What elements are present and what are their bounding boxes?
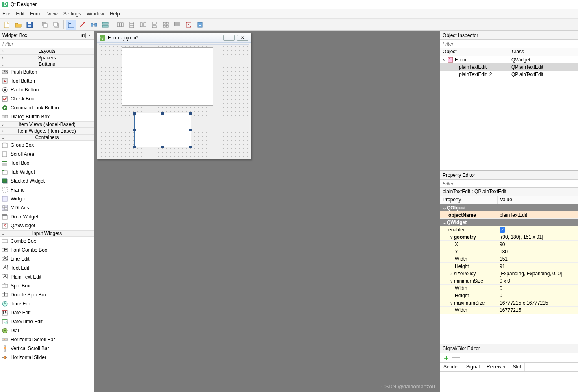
pe-row-enabled[interactable]: enabled✓ <box>440 226 578 233</box>
wb-input-horizontal-scroll-bar[interactable]: Horizontal Scroll Bar <box>0 335 94 344</box>
cat-itemviews[interactable]: ›Item Views (Model-Based) <box>0 121 94 128</box>
pe-row-height[interactable]: Height91 <box>440 263 578 270</box>
wb-container-mdi-area[interactable]: MDI Area <box>0 203 94 212</box>
form-close-icon[interactable]: ✕ <box>237 35 248 41</box>
wb-input-vertical-scroll-bar[interactable]: Vertical Scroll Bar <box>0 344 94 353</box>
wb-button-radio-button[interactable]: Radio Button <box>0 85 94 94</box>
oi-tree[interactable]: ∨FormQWidgetplainTextEditQPlainTextEditp… <box>440 56 578 170</box>
menu-settings[interactable]: Settings <box>63 11 81 17</box>
pe-row-sizepolicy[interactable]: ›sizePolicy[Expanding, Expanding, 0, 0] <box>440 270 578 277</box>
wb-container-stacked-widget[interactable]: Stacked Widget <box>0 176 94 185</box>
pe-row-geometry[interactable]: ∨geometry[(90, 180), 151 x 91] <box>440 233 578 241</box>
pe-group-qwidget[interactable]: ⌄ QWidget <box>440 219 578 226</box>
wb-input-double-spin-box[interactable]: 1.2Double Spin Box <box>0 290 94 299</box>
wb-input-dial[interactable]: Dial <box>0 326 94 335</box>
wb-container-tool-box[interactable]: Tool Box <box>0 159 94 168</box>
pe-group-qobject[interactable]: ⌄ QObject <box>440 204 578 211</box>
wb-container-qaxwidget[interactable]: XQAxWidget <box>0 221 94 230</box>
wb-button-command-link-button[interactable]: Command Link Button <box>0 103 94 112</box>
wb-container-frame[interactable]: Frame <box>0 185 94 194</box>
cat-itemwidgets[interactable]: ›Item Widgets (Item-Based) <box>0 128 94 134</box>
open-button[interactable] <box>13 20 24 30</box>
pe-row-width[interactable]: Width151 <box>440 255 578 263</box>
send-back-button[interactable] <box>39 20 50 30</box>
pe-filter-input[interactable] <box>440 180 578 187</box>
cat-spacers[interactable]: ›Spacers <box>0 54 94 61</box>
pe-col-property[interactable]: Property <box>440 196 497 204</box>
form-canvas[interactable] <box>99 44 249 157</box>
wb-input-time-edit[interactable]: Time Edit <box>0 299 94 308</box>
save-button[interactable] <box>24 20 35 30</box>
edit-widgets-button[interactable] <box>66 20 76 30</box>
edit-taborder-button[interactable] <box>100 20 111 30</box>
menu-form[interactable]: Form <box>30 11 41 17</box>
layout-form-button[interactable] <box>172 20 183 30</box>
edit-signals-button[interactable] <box>77 20 88 30</box>
wb-input-horizontal-slider[interactable]: Horizontal Slider <box>0 353 94 362</box>
wb-container-dock-widget[interactable]: Dock Widget <box>0 212 94 221</box>
pe-row-x[interactable]: X90 <box>440 241 578 248</box>
form-titlebar[interactable]: Qt Form - jojo.ui* — ✕ <box>97 33 251 43</box>
layout-h-button[interactable] <box>115 20 126 30</box>
wb-container-scroll-area[interactable]: Scroll Area <box>0 150 94 159</box>
oi-row-plainTextEdit_2[interactable]: plainTextEdit_2QPlainTextEdit <box>440 71 578 78</box>
pe-row-minimumsize[interactable]: ∨minimumSize0 x 0 <box>440 277 578 285</box>
break-layout-button[interactable] <box>183 20 194 30</box>
wb-input-spin-box[interactable]: 1Spin Box <box>0 281 94 290</box>
remove-connection-icon[interactable]: — <box>452 353 460 362</box>
wb-input-date-time-edit[interactable]: Date/Time Edit <box>0 317 94 326</box>
plaintextedit-2-widget[interactable] <box>122 47 213 106</box>
wb-container-widget[interactable]: Widget <box>0 194 94 203</box>
oi-filter-input[interactable] <box>440 40 578 48</box>
menu-help[interactable]: Help <box>110 11 120 17</box>
cat-layouts[interactable]: ›Layouts <box>0 48 94 54</box>
dock-float-icon[interactable]: ◧ <box>80 33 86 38</box>
plaintextedit-widget[interactable] <box>134 113 191 147</box>
cat-containers[interactable]: ⌄Containers <box>0 134 94 141</box>
cat-inputwidgets[interactable]: ⌄Input Widgets <box>0 230 94 237</box>
layout-vsplit-button[interactable] <box>149 20 160 30</box>
menu-file[interactable]: File <box>2 11 10 17</box>
wb-container-group-box[interactable]: Group Box <box>0 141 94 150</box>
dock-close-icon[interactable]: × <box>87 33 92 38</box>
wb-container-tab-widget[interactable]: Tab Widget <box>0 168 94 176</box>
layout-hsplit-button[interactable] <box>138 20 148 30</box>
wb-input-plain-text-edit[interactable]: AIPlain Text Edit <box>0 272 94 281</box>
form-window[interactable]: Qt Form - jojo.ui* — ✕ <box>97 33 251 159</box>
pe-row-width[interactable]: Width16777215 <box>440 307 578 314</box>
new-button[interactable] <box>2 20 12 30</box>
wb-button-check-box[interactable]: Check Box <box>0 94 94 103</box>
se-col-signal[interactable]: Signal <box>463 363 483 371</box>
bring-front-button[interactable] <box>51 20 61 30</box>
wb-input-line-edit[interactable]: ABILine Edit <box>0 255 94 264</box>
widgetbox-filter-input[interactable] <box>0 40 94 48</box>
form-minimize-icon[interactable]: — <box>223 35 235 41</box>
widgetbox-tree[interactable]: ›Layouts ›Spacers ⌄Buttons OKPush Button… <box>0 48 94 392</box>
se-col-receiver[interactable]: Receiver <box>483 363 509 371</box>
pe-col-value[interactable]: Value <box>497 196 578 204</box>
wb-button-dialog-button-box[interactable]: Dialog Button Box <box>0 112 94 121</box>
layout-grid-button[interactable] <box>161 20 171 30</box>
se-col-sender[interactable]: Sender <box>440 363 463 371</box>
oi-col-object[interactable]: Object <box>440 48 509 56</box>
wb-button-push-button[interactable]: OKPush Button <box>0 68 94 76</box>
se-col-slot[interactable]: Slot <box>509 363 525 371</box>
pe-row-height[interactable]: Height0 <box>440 292 578 299</box>
oi-col-class[interactable]: Class <box>509 48 578 56</box>
menu-edit[interactable]: Edit <box>16 11 24 17</box>
oi-row-plainTextEdit[interactable]: plainTextEditQPlainTextEdit <box>440 63 578 71</box>
pe-row-objectname[interactable]: objectNameplainTextEdit <box>440 211 578 219</box>
pe-body[interactable]: ⌄ QObjectobjectNameplainTextEdit⌄ QWidge… <box>440 204 578 344</box>
wb-button-tool-button[interactable]: Tool Button <box>0 76 94 85</box>
layout-v-button[interactable] <box>126 20 137 30</box>
wb-input-text-edit[interactable]: AIText Edit <box>0 264 94 272</box>
wb-input-font-combo-box[interactable]: FFont Combo Box <box>0 246 94 255</box>
add-connection-icon[interactable]: ＋ <box>443 353 450 363</box>
pe-row-y[interactable]: Y180 <box>440 248 578 255</box>
pe-row-maximumsize[interactable]: ∨maximumSize16777215 x 16777215 <box>440 299 578 307</box>
menu-window[interactable]: Window <box>87 11 104 17</box>
cat-buttons[interactable]: ⌄Buttons <box>0 61 94 68</box>
design-canvas[interactable]: Qt Form - jojo.ui* — ✕ CSDN @dalaomanzou <box>94 31 440 392</box>
wb-input-date-edit[interactable]: 15Date Edit <box>0 308 94 317</box>
wb-input-combo-box[interactable]: Combo Box <box>0 237 94 246</box>
